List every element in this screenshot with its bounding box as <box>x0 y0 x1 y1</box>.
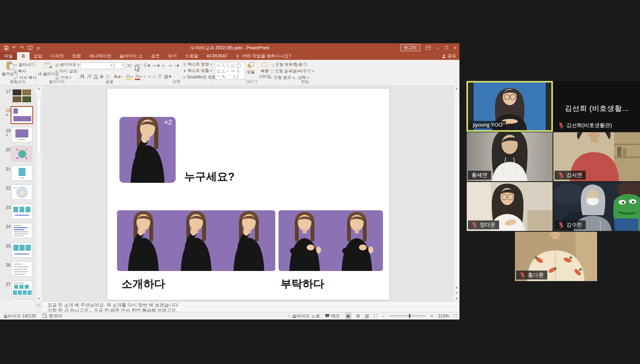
thumbnail-slide-27[interactable] <box>11 281 32 296</box>
ribbon-display-options-icon[interactable] <box>426 46 431 50</box>
zoom-slider[interactable] <box>389 315 426 316</box>
minimize-button[interactable]: – <box>436 46 439 50</box>
tab-help[interactable]: 도움말 <box>181 52 202 60</box>
thumbnail-slide-25[interactable] <box>11 242 32 258</box>
memo-toggle-button[interactable]: 메모 <box>325 312 340 320</box>
shape-gallery[interactable]: ▭ ╲ ╲ ◻ ◯◻ △ ⌐ ⇨ ⇩◠ ✎ ⌒ { } <box>215 62 245 80</box>
zoom-in-button[interactable]: + <box>431 312 433 320</box>
login-button[interactable]: 로그인 <box>400 44 421 51</box>
close-button[interactable]: ✕ <box>454 46 457 50</box>
share-button[interactable]: 공유 <box>442 53 456 59</box>
cut-button[interactable]: ✂ 잘라내기 <box>14 62 34 68</box>
arrange-button[interactable]: 정렬 <box>247 62 255 75</box>
font-size-combo[interactable]: ▾ <box>115 62 125 69</box>
replace-button[interactable]: ab 바꾸기▾ <box>293 68 314 74</box>
scroll-up-icon[interactable]: ▲ <box>36 87 42 90</box>
reading-view-button[interactable]: ▥ <box>365 312 369 320</box>
fit-to-window-icon[interactable]: ⛶ <box>454 312 457 320</box>
sign-sequence-request <box>279 210 383 271</box>
search-icon <box>293 63 298 67</box>
thumbnail-slide-26[interactable] <box>11 261 32 277</box>
tab-animations[interactable]: 애니메이션 <box>85 52 115 60</box>
thumbnail-slide-22[interactable] <box>11 184 32 200</box>
restore-button[interactable]: ❐ <box>444 46 448 50</box>
tell-me-search[interactable]: 어떤 작업을 원하시나요? <box>232 52 295 60</box>
copy-button[interactable]: ⧉ 복사 <box>14 68 26 74</box>
thumbnail-scroll-thumb[interactable] <box>37 98 41 154</box>
status-bar: 슬라이드 18/139 한국어 ≐ 슬라이드 노트 <box>0 312 459 320</box>
tab-transitions[interactable]: 전환 <box>68 52 85 60</box>
video-tile-jiyoung[interactable]: jiyoung YOO <box>467 81 553 131</box>
collapse-ribbon-icon[interactable]: ⌃ <box>454 80 457 85</box>
scissors-icon: ✂ <box>14 63 17 67</box>
thumb-number: 25 <box>3 243 11 248</box>
tab-review[interactable]: 검토 <box>147 52 164 60</box>
group-editing: 찾기 ab 바꾸기▾ ▷ 선택▾ 편집 <box>290 60 320 85</box>
tab-acrobat[interactable]: ACROBAT <box>202 52 232 60</box>
thumbnail-slide-19[interactable] <box>11 127 32 142</box>
video-tile-kimseo[interactable]: 김서연 <box>553 132 640 181</box>
list-indent-buttons[interactable]: ☰▾ ≔▾ ⇤ ⇥ ↕▾ <box>143 63 179 68</box>
previous-slide-icon[interactable]: ▲ <box>454 286 459 289</box>
slide-18[interactable]: ×2 누구세요? 소개하다 <box>107 89 389 300</box>
memo-icon <box>325 314 330 318</box>
video-tile-hwang[interactable]: 황세연 <box>467 132 553 181</box>
proofing-icon <box>43 313 47 318</box>
zoom-slider-thumb[interactable] <box>409 314 410 318</box>
person-icon <box>442 54 446 58</box>
quick-styles-button[interactable]: 빠른 스타일 <box>259 62 271 79</box>
next-slide-icon[interactable]: ▼ <box>454 291 459 295</box>
tab-home[interactable]: 홈 <box>17 52 30 60</box>
thumbnail-slide-20[interactable] <box>11 146 32 161</box>
tab-file[interactable]: 파일 <box>0 52 17 60</box>
video-tile-sunhee[interactable]: 김선희 (비호생활... 김선희(비호생활관) <box>553 81 640 131</box>
layout-button[interactable]: ▥ 레이아웃▾ <box>55 62 79 68</box>
thumbnail-slide-17[interactable] <box>11 88 32 104</box>
slide-scrollbar[interactable]: ▲ ▲ ▼ ▼ <box>453 86 459 301</box>
thumb-number: 26 <box>3 262 11 267</box>
zoom-level[interactable]: 110% <box>438 312 449 320</box>
normal-view-button[interactable]: ▣ <box>345 312 351 320</box>
align-text-button[interactable]: ⬍ 텍스트 맞춤▾ <box>183 68 212 74</box>
thumbnail-slide-24[interactable] <box>11 223 32 238</box>
thumb-number: 17 <box>3 89 11 94</box>
signer-sequence-illustration <box>117 210 275 271</box>
tab-insert[interactable]: 삽입 <box>30 52 47 60</box>
scroll-down-icon[interactable]: ▼ <box>454 297 459 301</box>
tab-slideshow[interactable]: 슬라이드 쇼 <box>115 52 147 60</box>
scroll-down-icon[interactable]: ▼ <box>36 297 42 301</box>
zoom-out-button[interactable]: – <box>382 312 384 320</box>
slideshow-view-button[interactable]: ⛶ <box>374 312 377 320</box>
scroll-up-icon[interactable]: ▲ <box>454 87 459 90</box>
reset-button[interactable]: ⟲ 다시 설정 <box>55 68 77 74</box>
slide-sorter-view-button[interactable]: ⊞ <box>356 312 360 320</box>
video-tile-jung[interactable]: 정다운 <box>467 182 553 231</box>
font-name-combo[interactable]: ▾ <box>80 62 113 69</box>
tab-view[interactable]: 보기 <box>164 52 181 60</box>
repeat-badge: ×2 <box>164 119 172 127</box>
text-direction-button[interactable]: ⇅ 텍스트 방향▾ <box>183 61 212 67</box>
shape-outline-icon: ☐ <box>270 69 274 74</box>
thumb-number: 28 <box>3 301 11 301</box>
alignment-buttons[interactable]: ≡ ≡ ≡ ☰ ▦▾ <box>143 74 172 79</box>
notes-pane[interactable]: 조금 전 소개 해 주셨는데요. 제 소개를 다시 한번 해 보겠습니다. 거창… <box>42 301 459 312</box>
caption-request: 부탁하다 <box>281 277 324 291</box>
notes-toggle-button[interactable]: ≐ 슬라이드 노트 <box>287 312 320 320</box>
thumbnail-slide-18-selected[interactable] <box>11 107 32 123</box>
video-tile-hong[interactable]: 홍다원 <box>515 232 597 281</box>
thumbnail-slide-21[interactable] <box>11 165 32 181</box>
slide-scroll-thumb[interactable] <box>455 93 459 99</box>
find-button[interactable]: 찾기 <box>293 62 307 68</box>
tab-design[interactable]: 디자인 <box>47 52 68 60</box>
notes-collapse-icon[interactable]: ▾ <box>36 302 41 308</box>
video-tile-kimsu[interactable]: 김수진 <box>553 182 640 231</box>
thumb-number: 21 <box>3 167 11 171</box>
thumbnail-scrollbar[interactable]: ▲ ▼ <box>36 86 42 301</box>
thumbnail-slide-28[interactable] <box>11 300 32 301</box>
window-title: 수어(비교과 2022.09).pptx - PowerPoint <box>0 43 459 52</box>
thumbnail-slide-23[interactable] <box>11 204 32 219</box>
language-indicator[interactable]: 한국어 <box>43 312 62 320</box>
participant-display-name: 김선희 (비호생활... <box>553 104 640 113</box>
thumb-number: 24 <box>3 224 11 229</box>
participant-name-label: 홍다원 <box>516 271 547 279</box>
